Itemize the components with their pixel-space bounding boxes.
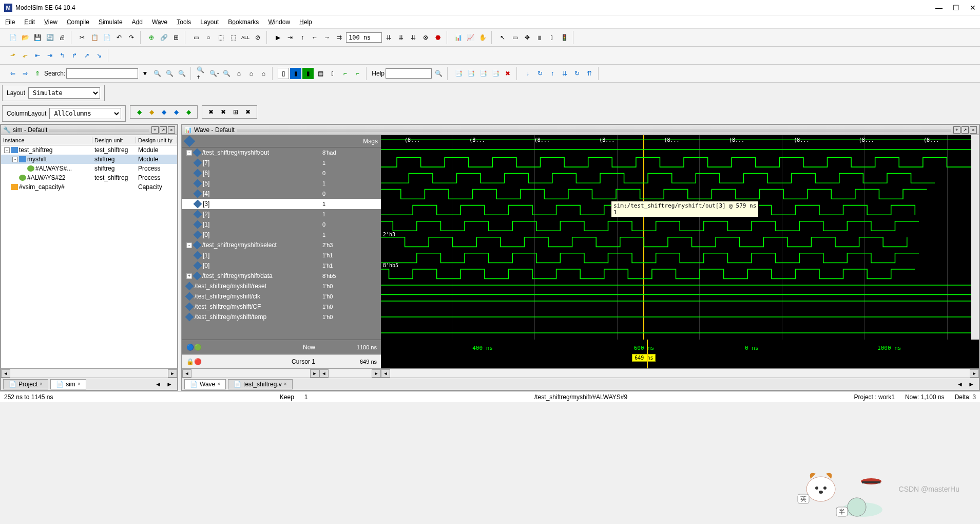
sim-col-designunit[interactable]: Design unit (92, 137, 136, 143)
tab-wave[interactable]: 📄Wave× (184, 379, 226, 389)
sig-link-icon[interactable]: ◆ (158, 106, 169, 118)
chart1-icon[interactable]: 📊 (452, 32, 464, 43)
select4-icon[interactable]: ⬚ (227, 32, 239, 43)
bk4-icon[interactable]: 📑 (490, 68, 501, 79)
run-all-icon[interactable]: ⇊ (408, 32, 419, 43)
menu-bookmarks[interactable]: Bookmarks (228, 18, 259, 26)
zoom-cursor-icon[interactable]: ⌂ (233, 68, 244, 79)
sim-undock-button[interactable]: ↗ (160, 126, 167, 134)
menu-file[interactable]: File (5, 18, 15, 26)
wave-signal-row[interactable]: [0] (182, 230, 319, 240)
select3-icon[interactable]: ⬚ (215, 32, 226, 43)
del1-icon[interactable]: ✖ (205, 106, 217, 118)
wave-signal-row[interactable]: [1] (182, 219, 319, 230)
zoom-full-icon[interactable]: 🔍 (221, 68, 232, 79)
sim-add-button[interactable]: + (151, 126, 159, 134)
menu-layout[interactable]: Layout (200, 18, 219, 26)
wave-signal-row[interactable]: /test_shiftreg/myshift/reset (182, 281, 319, 291)
wave-signal-row[interactable]: [7] (182, 158, 319, 168)
tree-expander-icon[interactable]: - (12, 157, 18, 162)
sig-scroll-left-icon[interactable]: ◄ (182, 369, 191, 378)
wave-signal-row[interactable]: [2] (182, 209, 319, 219)
sim-scroll-left-icon[interactable]: ◄ (1, 369, 10, 378)
select-all-icon[interactable]: ALL (240, 32, 251, 43)
sig-cfg-icon[interactable]: ◆ (146, 106, 157, 118)
link-icon[interactable]: 🔗 (158, 32, 169, 43)
wave-signal-row[interactable]: /test_shiftreg/myshift/temp (182, 312, 319, 322)
tab-scroll-left-icon[interactable]: ◄ (954, 379, 966, 390)
fmt2-icon[interactable]: ▮ (290, 68, 301, 79)
cur-multi-up-icon[interactable]: ⇈ (584, 68, 595, 79)
wave-signal-row[interactable]: [6] (182, 168, 319, 178)
open-icon[interactable]: 📂 (20, 32, 31, 43)
find-next-icon[interactable]: 🔍 (164, 68, 175, 79)
stop-icon[interactable]: ⬣ (432, 32, 444, 43)
bk3-icon[interactable]: 📑 (477, 68, 489, 79)
zoom-in-icon[interactable]: 🔍+ (196, 68, 207, 79)
tab-sim[interactable]: 📄sim× (50, 379, 86, 389)
trans-next-icon[interactable]: ↱ (69, 50, 80, 61)
find-prev-icon[interactable]: 🔍 (151, 68, 163, 79)
traffic-icon[interactable]: 🚦 (559, 32, 570, 43)
wave-undock-button[interactable]: ↗ (962, 126, 969, 134)
search-dropdown-icon[interactable]: ▼ (139, 68, 150, 79)
wave-add-button[interactable]: + (953, 126, 960, 134)
help-go-icon[interactable]: 🔍 (433, 68, 444, 79)
wave-signal-row[interactable]: [1] (182, 250, 319, 260)
sim-col-instance[interactable]: Instance (1, 137, 92, 143)
signal-expander-icon[interactable]: - (186, 150, 192, 156)
edge-in-icon[interactable]: ⇤ (32, 50, 43, 61)
menu-edit[interactable]: Edit (24, 18, 35, 26)
wave-msg-scrollbar-h[interactable]: ◄► (319, 368, 381, 378)
nav-up-icon[interactable]: ⇑ (32, 68, 43, 79)
wave-close-button[interactable]: × (970, 126, 977, 134)
fmt6-icon[interactable]: ⌐ (339, 68, 351, 79)
break-icon[interactable]: ⊗ (420, 32, 431, 43)
cur-multi-down-icon[interactable]: ⇊ (559, 68, 570, 79)
sig-scroll-right-icon[interactable]: ► (310, 369, 319, 378)
bk2-icon[interactable]: 📑 (465, 68, 476, 79)
edge-next-icon[interactable]: ⬐ (20, 50, 31, 61)
fmt1-icon[interactable]: ▯ (278, 68, 289, 79)
tab-close-icon[interactable]: × (217, 381, 220, 387)
sim-close-button[interactable]: × (168, 126, 175, 134)
copy-icon[interactable]: 📋 (89, 32, 100, 43)
rect-icon[interactable]: ▭ (509, 32, 521, 43)
tab-close-icon[interactable]: × (284, 381, 287, 387)
wave-scrollbar-v[interactable] (971, 135, 979, 340)
minimize-button[interactable]: — (935, 4, 943, 12)
zoom-range-icon[interactable]: ⌂ (245, 68, 257, 79)
run-icon[interactable]: ▶ (272, 32, 283, 43)
column-layout-select[interactable]: AllColumns (49, 108, 121, 119)
step-fwd-icon[interactable]: → (321, 32, 333, 43)
sim-col-designunittype[interactable]: Design unit ty (136, 137, 177, 143)
time-ruler[interactable]: 400 ns 600 ns 0 ns 1000 ns (381, 340, 979, 349)
sim-scroll-right-icon[interactable]: ► (168, 369, 177, 378)
tree-expander-icon[interactable]: - (4, 147, 10, 153)
close-button[interactable]: ✕ (970, 4, 976, 12)
cur-multi-rot-icon[interactable]: ↻ (571, 68, 583, 79)
step-up-icon[interactable]: ↑ (297, 32, 308, 43)
help-input[interactable] (386, 68, 432, 79)
tab-project[interactable]: 📄Project× (3, 379, 48, 389)
tree-icon[interactable]: ⊞ (170, 32, 182, 43)
wave-plot-area[interactable]: (8...(8...(8...(8...(8...(8...(8...(8...… (381, 135, 971, 340)
edge-prev-icon[interactable]: ⬏ (7, 50, 18, 61)
del2-icon[interactable]: ✖ (218, 106, 229, 118)
menu-help[interactable]: Help (299, 18, 312, 26)
redo-icon[interactable]: ↷ (126, 32, 137, 43)
sim-row[interactable]: #vsim_capacity#Capacity (1, 182, 177, 192)
tab-scroll-right-icon[interactable]: ► (164, 379, 175, 390)
cur-down-icon[interactable]: ↓ (522, 68, 533, 79)
signal-expander-icon[interactable]: + (186, 273, 192, 279)
bk-del-icon[interactable]: ✖ (502, 68, 513, 79)
menu-window[interactable]: Window (268, 18, 290, 26)
tab-scroll-right-icon[interactable]: ► (966, 379, 977, 390)
wave-signal-list[interactable]: -/test_shiftreg/myshift/out[7][6][5][4][… (182, 147, 319, 322)
step-icon[interactable]: ⇥ (284, 32, 296, 43)
deselect-icon[interactable]: ⊘ (252, 32, 263, 43)
signal-expander-icon[interactable]: - (186, 242, 192, 248)
del-all-icon[interactable]: ✖ (242, 106, 254, 118)
tab-close-icon[interactable]: × (78, 381, 81, 387)
find-all-icon[interactable]: 🔍 (176, 68, 187, 79)
